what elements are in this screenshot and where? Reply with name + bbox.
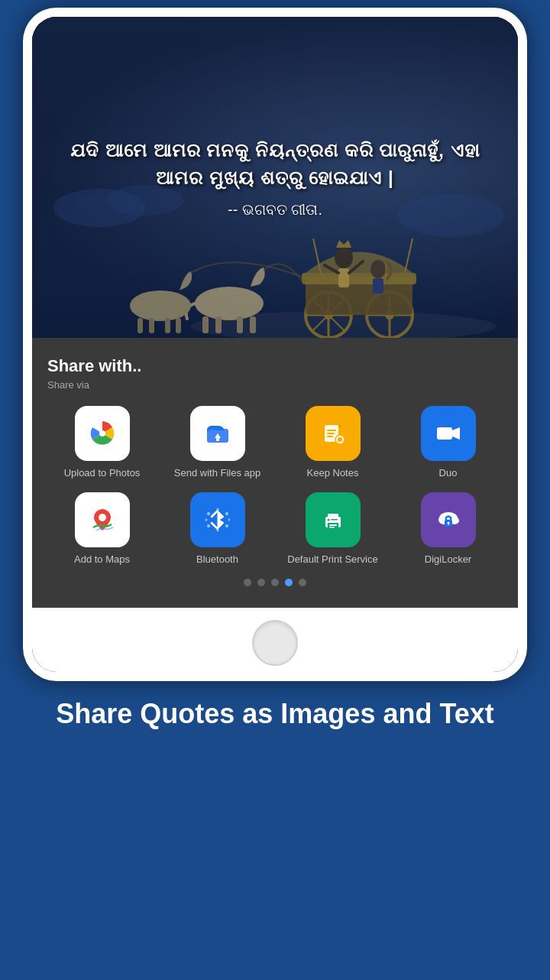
svg-rect-68 [329,527,335,528]
pagination-dots [47,579,503,592]
share-subtitle: Share via [47,379,503,391]
digilocker-icon [433,505,464,535]
app-label-notes: Keep Notes [307,467,359,480]
svg-rect-17 [338,268,349,287]
app-icon-notes [306,406,361,461]
bottom-tagline: Share Quotes as Images and Text [10,696,540,748]
print-icon [318,505,348,535]
svg-rect-13 [302,273,416,284]
phone-wrapper: ଯଦି ଆମେ ଆମର ମନକୁ ନିୟନ୍ତ୍ରଣ କରି ପାରୁନାହୁଁ… [23,8,527,681]
app-label-digilocker: DigiLocker [425,553,471,566]
svg-rect-25 [215,316,222,333]
maps-icon [87,505,118,535]
quote-main-text: ଯଦି ଆମେ ଆମର ମନକୁ ନିୟନ୍ତ୍ରଣ କରି ପାରୁନାହୁଁ… [55,137,495,192]
svg-point-59 [216,508,218,510]
svg-point-28 [130,290,191,321]
svg-rect-21 [373,278,383,294]
svg-point-56 [225,512,228,515]
svg-point-57 [207,524,210,527]
app-item-maps[interactable]: Add to Maps [47,492,157,566]
quote-section: ଯଦି ଆମେ ଆମର ମନକୁ ନିୟନ୍ତ୍ରଣ କରି ପାରୁନାହୁଁ… [32,17,518,338]
pagination-dot-0[interactable] [244,579,251,586]
svg-point-16 [335,247,353,268]
svg-point-60 [216,529,218,531]
svg-point-48 [338,437,342,442]
quote-attribution: -- ଭଗବତ ଗୀତା. [55,201,495,219]
pagination-dot-1[interactable] [257,579,265,586]
app-label-duo: Duo [439,467,458,480]
app-item-files[interactable]: Send with Files app [163,406,272,480]
app-item-bluetooth[interactable]: Bluetooth [163,492,272,566]
home-button[interactable] [252,620,298,666]
svg-rect-67 [329,524,337,526]
svg-rect-65 [328,514,338,520]
app-item-photos[interactable]: Upload to Photos [47,406,157,480]
svg-rect-26 [237,316,243,333]
app-label-files: Send with Files app [174,467,260,480]
svg-point-55 [207,512,210,515]
share-title: Share with.. [47,356,503,376]
app-item-notes[interactable]: Keep Notes [278,406,387,480]
app-icon-maps [75,492,130,547]
svg-rect-50 [437,427,452,440]
app-icon-files [190,406,245,461]
phone-body: ଯଦି ଆମେ ଆମର ମନକୁ ନିୟନ୍ତ୍ରଣ କରି ପାରୁନାହୁଁ… [23,8,527,681]
svg-point-69 [327,518,329,521]
svg-rect-31 [165,318,170,333]
share-sheet: Share with.. Share via [32,338,518,608]
app-icon-bluetooth [190,492,245,547]
pagination-dot-4[interactable] [299,579,306,586]
svg-point-20 [370,260,386,278]
svg-rect-29 [138,318,143,333]
photos-icon [87,418,118,449]
svg-rect-70 [331,519,338,521]
svg-rect-44 [327,430,336,431]
svg-point-53 [99,514,106,521]
app-icon-duo [421,406,476,461]
svg-rect-46 [327,436,333,437]
app-label-print: Default Print Service [287,553,378,566]
svg-rect-45 [327,433,335,434]
svg-rect-27 [250,316,256,333]
app-label-photos: Upload to Photos [64,467,141,480]
svg-rect-30 [149,318,154,333]
app-label-maps: Add to Maps [74,553,130,566]
app-item-duo[interactable]: Duo [393,406,503,480]
notes-icon [318,418,348,449]
app-label-bluetooth: Bluetooth [196,553,238,566]
phone-screen: ଯଦି ଆମେ ଆମର ମନକୁ ନିୟନ୍ତ୍ରଣ କରି ପାରୁନାହୁଁ… [32,17,518,672]
home-button-area [32,608,518,672]
svg-point-58 [225,524,228,527]
app-item-print[interactable]: Default Print Service [278,492,387,566]
app-icon-print [306,492,361,547]
svg-point-62 [228,518,230,521]
svg-point-23 [195,287,264,320]
pagination-dot-3[interactable] [285,579,293,586]
files-icon [202,418,233,449]
bluetooth-icon [202,505,233,535]
quote-text-container: ଯଦି ଆମେ ଆମର ମନକୁ ନିୟନ୍ତ୍ରଣ କରି ପାରୁନାହୁଁ… [32,122,518,234]
app-icon-photos [75,406,130,461]
svg-point-61 [205,518,207,521]
svg-rect-24 [202,316,209,333]
app-item-digilocker[interactable]: DigiLocker [393,492,503,566]
apps-grid: Upload to Photos [47,406,503,566]
svg-rect-32 [176,318,181,333]
duo-icon [433,418,464,449]
svg-point-37 [99,430,105,436]
svg-rect-77 [448,523,449,525]
app-icon-digilocker [421,492,476,547]
pagination-dot-2[interactable] [271,579,279,586]
